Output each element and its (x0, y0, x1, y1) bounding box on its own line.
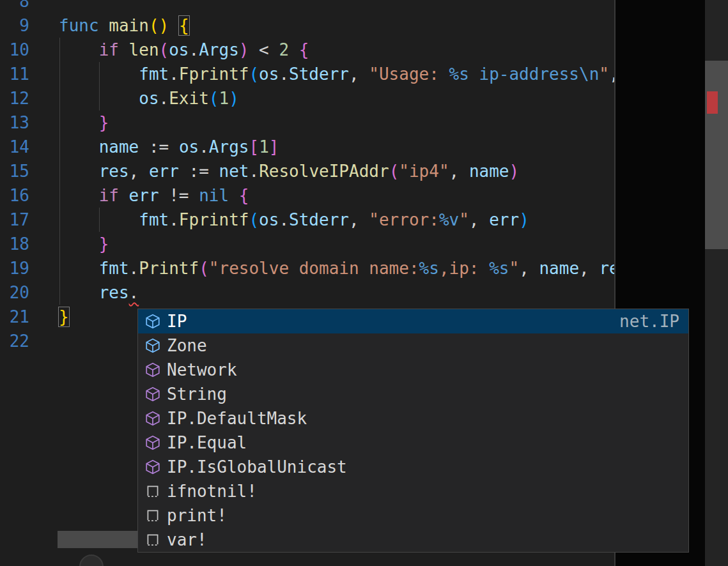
token: func (59, 16, 99, 35)
completion-item[interactable]: String (138, 382, 688, 406)
completion-popup: IPnet.IPZoneNetworkStringIP.DefaultMaskI… (137, 309, 689, 553)
code-line[interactable]: 18 } (0, 232, 616, 256)
token: fmt (139, 65, 169, 84)
token: name (99, 137, 139, 157)
token: os (259, 210, 279, 229)
token: nil (199, 186, 229, 205)
token: Printf (139, 259, 199, 278)
line-number: 22 (0, 329, 29, 353)
token: err (149, 162, 179, 181)
code-text: name := os.Args[1] (29, 135, 279, 159)
token: res (599, 259, 616, 278)
token: %s ip-address\n (449, 65, 600, 84)
code-text: os.Exit(1) (29, 86, 239, 111)
token (59, 283, 99, 302)
completion-item[interactable]: IP.DefaultMask (138, 406, 688, 431)
token: . (279, 210, 289, 229)
code-line[interactable]: 10 if len(os.Args) < 2 { (0, 38, 616, 62)
completion-item[interactable]: IP.IsGlobalUnicast (138, 455, 688, 479)
completion-label: IP (167, 312, 187, 331)
line-number: 11 (0, 62, 29, 86)
token: Stderr (289, 65, 349, 84)
token (59, 186, 99, 205)
token: 2 (279, 40, 289, 59)
completion-label: Zone (167, 336, 207, 355)
line-number: 19 (0, 256, 29, 280)
method-icon (144, 410, 161, 427)
token (59, 162, 99, 181)
token: %v (439, 210, 459, 229)
token: := (139, 137, 179, 157)
completion-item[interactable]: Network (138, 358, 688, 382)
code-line[interactable]: 9func main() { (0, 13, 616, 38)
token: %s (489, 259, 509, 278)
field-icon (144, 337, 161, 354)
code-line[interactable]: 14 name := os.Args[1] (0, 135, 616, 159)
token (59, 210, 139, 229)
code-line[interactable]: 15 res, err := net.ResolveIPAddr("ip4", … (0, 159, 616, 183)
completion-item[interactable]: Zone (138, 333, 688, 358)
token: " (599, 65, 609, 84)
vertical-scrollbar[interactable] (705, 0, 728, 566)
token: . (169, 65, 179, 84)
completion-label: String (167, 385, 227, 404)
completion-item[interactable]: ifnotnil! (138, 479, 688, 503)
code-text (29, 329, 59, 353)
token: , (349, 210, 369, 229)
token (59, 259, 99, 278)
token: . (249, 162, 259, 181)
token: . (159, 89, 169, 108)
token: } (99, 113, 109, 132)
completion-item[interactable]: print! (138, 503, 688, 528)
code-line[interactable]: 13 } (0, 111, 616, 135)
line-number: 20 (0, 280, 29, 305)
token: . (279, 65, 289, 84)
code-line[interactable]: 19 fmt.Printf("resolve domain name:%s,ip… (0, 256, 616, 280)
completion-label: var! (167, 530, 207, 549)
token: } (99, 234, 109, 254)
line-number: 9 (0, 13, 29, 38)
token: Fprintf (179, 65, 249, 84)
code-line[interactable]: 16 if err != nil { (0, 183, 616, 208)
line-number: 13 (0, 111, 29, 135)
token: main (109, 16, 149, 35)
token: os (139, 89, 159, 108)
token: name (539, 259, 579, 278)
code-line[interactable]: 17 fmt.Fprintf(os.Stderr, "error:%v", er… (0, 208, 616, 232)
token (59, 137, 99, 157)
snippet-icon (144, 532, 161, 548)
token: [ (249, 137, 259, 157)
completion-label: print! (167, 506, 227, 525)
token (289, 40, 299, 59)
token: os (179, 137, 199, 157)
token (169, 16, 179, 35)
method-icon (144, 386, 161, 402)
token (59, 113, 99, 132)
code-line[interactable]: 20 res. (0, 280, 616, 305)
token: Exit (169, 89, 209, 108)
code-line[interactable]: 11 fmt.Fprintf(os.Stderr, "Usage: %s ip-… (0, 62, 616, 86)
token: < (249, 40, 279, 59)
completion-item[interactable]: IP.Equal (138, 431, 688, 455)
token: 1 (259, 137, 269, 157)
completion-item[interactable]: var! (138, 528, 688, 552)
line-number: 21 (0, 305, 29, 329)
token: != (159, 186, 199, 205)
token: name (469, 162, 509, 181)
token: ] (269, 137, 279, 157)
vertical-scrollbar-thumb[interactable] (705, 61, 728, 249)
code-line[interactable]: 8 (0, 0, 616, 13)
token: "error: (369, 210, 439, 229)
token: . (189, 40, 199, 59)
token: fmt (139, 210, 169, 229)
completion-item[interactable]: IPnet.IP (138, 309, 688, 333)
code-line[interactable]: 12 os.Exit(1) (0, 86, 616, 111)
token: ( (249, 210, 259, 229)
token: if (99, 186, 119, 205)
token: ResolveIPAddr (259, 162, 389, 181)
token (59, 234, 99, 254)
token: ( (159, 40, 169, 59)
code-text: fmt.Fprintf(os.Stderr, "Usage: %s ip-add… (29, 62, 616, 86)
matched-bracket: { (179, 16, 189, 35)
token: err (489, 210, 519, 229)
